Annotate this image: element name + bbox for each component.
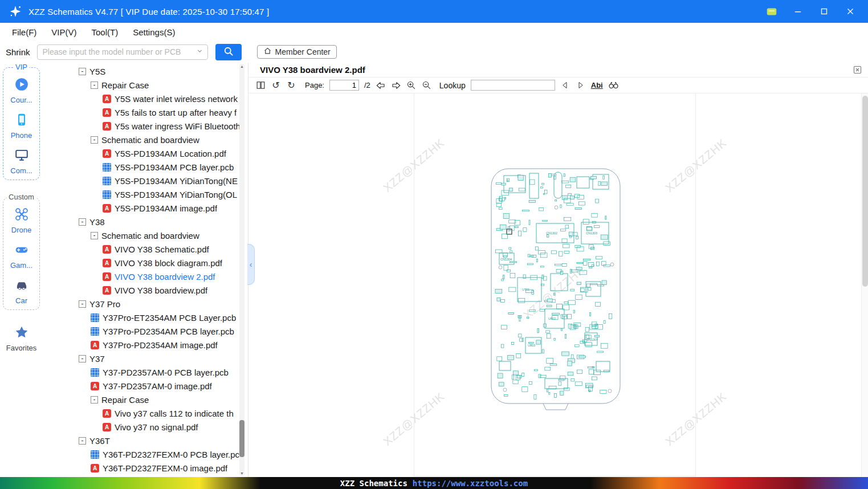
play-circle-icon (14, 77, 29, 94)
tree-item[interactable]: -Schematic and boardview (43, 133, 248, 146)
tree-item[interactable]: AY37Pro-PD2354AM image.pdf (43, 338, 248, 352)
search-button[interactable] (215, 44, 242, 60)
close-document-icon[interactable] (853, 65, 862, 75)
sidebar-item-car[interactable]: Car (3, 278, 39, 305)
tree-item[interactable]: Y37Pro-PD2354AM PCB layer.pcb (43, 324, 248, 338)
tree-expander-icon[interactable]: - (79, 218, 86, 226)
tree-item-label: Y37 Pro (89, 299, 120, 309)
tree-item[interactable]: -Y38 (43, 215, 248, 229)
sidebar-item-phone[interactable]: Phone (3, 112, 39, 140)
find-previous-icon[interactable] (560, 80, 570, 91)
file-tree: -Y5S-Repair CaseAY5S water inlet wireles… (43, 64, 248, 475)
pdf-viewer[interactable]: XZZ@XZZHK XZZ@XZZHK XZZ@XZZHK XZZ@XZZHK … (248, 93, 868, 477)
sidebar-item-favorites[interactable]: Favorites (0, 325, 43, 352)
tree-item[interactable]: AVIVO Y38 boardview.pdf (43, 283, 248, 297)
two-page-view-icon[interactable] (255, 80, 266, 91)
tree-item[interactable]: Y5S-PD1934AM PCB layer.pcb (43, 160, 248, 174)
tree-item[interactable]: AVivo y37 no signal.pdf (43, 420, 248, 434)
rotate-right-icon[interactable]: ↻ (286, 80, 296, 91)
find-next-icon[interactable] (576, 80, 586, 91)
tree-item[interactable]: AVIVO Y38 Schematic.pdf (43, 242, 248, 256)
tree-expander-icon[interactable]: - (79, 300, 86, 308)
app-logo-icon (8, 4, 23, 19)
page-number-input[interactable] (329, 80, 359, 91)
tree-item[interactable]: AVivo y37 calls 112 to indicate th (43, 406, 248, 420)
tree-item[interactable]: AVIVO Y38 boardview 2.pdf (43, 270, 248, 283)
binoculars-search-icon[interactable] (608, 80, 619, 91)
tree-item[interactable]: -Repair Case (43, 78, 248, 92)
tree-item[interactable]: -Y37 Pro (43, 297, 248, 311)
zoom-out-icon[interactable] (422, 80, 432, 91)
car-icon (14, 278, 29, 295)
tree-item[interactable]: -Y36T (43, 434, 248, 447)
tree-expander-icon[interactable]: - (79, 355, 86, 362)
tree-item[interactable]: -Repair Case (43, 393, 248, 406)
maximize-button[interactable] (818, 5, 830, 18)
menu-item-file[interactable]: File(F) (5, 27, 44, 37)
shrink-button[interactable]: Shrink (6, 47, 30, 57)
tree-item[interactable]: AY5S water inlet wireless network (43, 92, 248, 105)
sidebar-item-game[interactable]: Gam... (3, 242, 39, 270)
menu-item-tool[interactable]: Tool(T) (84, 27, 126, 37)
tree-item[interactable]: -Schematic and boardview (43, 229, 248, 242)
tree-scrollbar[interactable]: ▲ ▼ (239, 64, 244, 476)
menu-item-vip[interactable]: VIP(V) (44, 27, 84, 37)
tree-item-label: Y37Pro-PD2354AM image.pdf (103, 340, 218, 350)
tree-item[interactable]: Y37Pro-ET2354AM PCB Layer.pcb (43, 311, 248, 324)
search-dropdown-chevron-icon[interactable] (196, 47, 203, 57)
next-page-icon[interactable] (391, 80, 401, 91)
tree-expander-icon[interactable]: - (91, 136, 98, 144)
status-url: https://www.xzztools.com (413, 479, 528, 488)
tree-item[interactable]: Y5S-PD1934AM YiDianTong(OL (43, 188, 248, 201)
pdf-file-icon: A (103, 245, 111, 254)
tree-item-label: Vivo y37 no signal.pdf (115, 422, 198, 432)
tree-item[interactable]: AY5s water ingress WiFi Bluetooth (43, 119, 248, 133)
tree-item[interactable]: -Y5S (43, 64, 248, 78)
sidebar-item-courses[interactable]: Cour... (3, 77, 39, 104)
tree-expander-icon[interactable]: - (79, 437, 86, 445)
model-search-box[interactable] (37, 44, 208, 60)
pdf-file-icon: A (103, 259, 111, 267)
home-icon (263, 47, 272, 57)
tree-item[interactable]: AY5S-PD1934AM image.pdf (43, 201, 248, 215)
zoom-in-icon[interactable] (406, 80, 417, 91)
text-select-tool[interactable]: Abi (591, 81, 603, 89)
tree-expander-icon[interactable]: - (91, 232, 98, 239)
document-tab[interactable]: VIVO Y38 boardview 2.pdf (260, 65, 365, 75)
pcb-file-icon (103, 190, 111, 199)
tree-item[interactable]: AY37-PD2357AM-0 image.pdf (43, 379, 248, 393)
lookup-input[interactable] (471, 80, 555, 91)
tree-expander-icon[interactable]: - (79, 68, 86, 75)
scroll-down-icon[interactable]: ▼ (239, 471, 244, 475)
close-button[interactable] (844, 5, 857, 18)
tree-item[interactable]: AVIVO Y38 block diagram.pdf (43, 256, 248, 270)
collapse-panel-handle[interactable]: ‹ (247, 244, 255, 285)
sidebar-item-label: Phone (11, 131, 32, 140)
gamepad-icon (14, 242, 29, 259)
tree-item-label: Y5s water ingress WiFi Bluetooth (115, 121, 241, 131)
member-center-button[interactable]: Member Center (257, 45, 337, 59)
tree-item[interactable]: Y37-PD2357AM-0 PCB layer.pcb (43, 365, 248, 379)
tree-item[interactable]: Y5S-PD1934AM YiDianTong(NE (43, 174, 248, 188)
tree-item-label: Y37-PD2357AM-0 PCB layer.pcb (103, 368, 229, 377)
rotate-left-icon[interactable]: ↺ (271, 80, 281, 91)
tree-expander-icon[interactable]: - (91, 396, 98, 404)
viewer-scrollbar-thumb[interactable] (862, 96, 868, 287)
menu-item-settings[interactable]: Settings(S) (125, 27, 182, 37)
tree-item[interactable]: Y36T-PD2327FEXM-0 PCB layer.pcb (43, 447, 248, 461)
sidebar-item-computer[interactable]: Com... (3, 148, 39, 175)
tree-expander-icon[interactable]: - (91, 82, 98, 89)
membership-card-icon[interactable] (765, 5, 778, 18)
prev-page-icon[interactable] (376, 80, 386, 91)
scroll-up-icon[interactable]: ▲ (239, 64, 244, 68)
tree-item[interactable]: AY5S-PD1934AM Location.pdf (43, 146, 248, 160)
tree-scrollbar-thumb[interactable] (239, 420, 244, 457)
sidebar-item-drone[interactable]: Drone (3, 207, 39, 234)
tree-item-label: Y36T-PD2327FEXM-0 image.pdf (103, 463, 227, 473)
tree-item[interactable]: AY36T-PD2327FEXM-0 image.pdf (43, 461, 248, 475)
viewer-scrollbar[interactable] (861, 93, 868, 477)
tree-item[interactable]: -Y37 (43, 352, 248, 365)
minimize-button[interactable] (792, 5, 804, 18)
search-input[interactable] (43, 47, 196, 56)
tree-item[interactable]: AY5s fails to start up after heavy f (43, 105, 248, 119)
